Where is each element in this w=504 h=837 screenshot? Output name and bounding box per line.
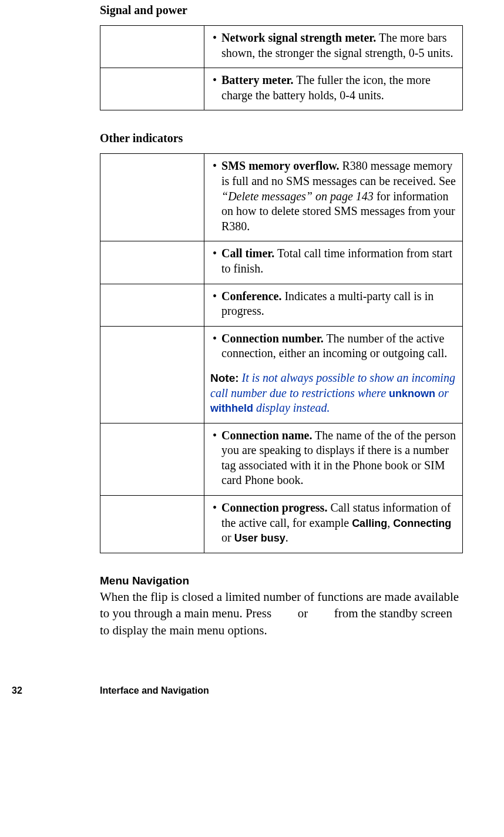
page-number: 32 (12, 685, 100, 696)
note-text: It is not always possible to show an inc… (210, 371, 455, 414)
desc-cell: • Network signal strength meter. The mor… (204, 26, 463, 68)
table-other-indicators: • SMS memory overflow. R380 message memo… (100, 153, 463, 553)
bullet-text: Call timer. Total call time information … (221, 246, 458, 276)
bullet-text: Network signal strength meter. The more … (221, 31, 458, 60)
table-row: • SMS memory overflow. R380 message memo… (100, 154, 463, 241)
bullet-text: Battery meter. The fuller the icon, the … (221, 73, 458, 103)
icon-cell (100, 284, 204, 326)
table-row: • Battery meter. The fuller the icon, th… (100, 68, 463, 110)
desc-cell: • Connection number. The number of the a… (204, 326, 463, 423)
bullet-icon: • (209, 500, 221, 546)
table-row: • Call timer. Total call time informatio… (100, 241, 463, 284)
icon-cell (100, 68, 204, 110)
bullet-text: Connection number. The number of the act… (221, 331, 458, 361)
note-block: Note: It is not always possible to show … (209, 371, 458, 416)
footer-section-title: Interface and Navigation (100, 685, 209, 696)
table-row: • Conference. Indicates a multi-party ca… (100, 284, 463, 326)
desc-cell: • SMS memory overflow. R380 message memo… (204, 154, 463, 241)
icon-cell (100, 496, 204, 553)
table-row: • Connection name. The name of the of th… (100, 423, 463, 495)
desc-cell: • Battery meter. The fuller the icon, th… (204, 68, 463, 110)
bullet-icon: • (209, 73, 221, 103)
page-footer: 32 Interface and Navigation (12, 662, 463, 696)
desc-cell: • Conference. Indicates a multi-party ca… (204, 284, 463, 326)
bullet-text: Conference. Indicates a multi-party call… (221, 289, 458, 319)
heading-menu-navigation: Menu Navigation (100, 574, 463, 587)
heading-other-indicators: Other indicators (100, 132, 463, 145)
bullet-icon: • (209, 331, 221, 361)
icon-cell (100, 241, 204, 284)
icon-cell (100, 26, 204, 68)
bullet-icon: • (209, 246, 221, 276)
heading-signal-power: Signal and power (100, 4, 463, 17)
icon-cell (100, 326, 204, 423)
note-label: Note: (210, 372, 239, 384)
icon-cell (100, 423, 204, 495)
menu-paragraph: When the flip is closed a limited number… (100, 589, 463, 638)
desc-cell: • Connection name. The name of the of th… (204, 423, 463, 495)
bullet-icon: • (209, 159, 221, 234)
bullet-text: Connection progress. Call status informa… (221, 500, 458, 546)
bullet-icon: • (209, 31, 221, 60)
table-signal-power: • Network signal strength meter. The mor… (100, 25, 463, 110)
icon-cell (100, 154, 204, 241)
table-row: • Connection progress. Call status infor… (100, 496, 463, 553)
bullet-text: Connection name. The name of the of the … (221, 428, 458, 488)
desc-cell: • Connection progress. Call status infor… (204, 496, 463, 553)
table-row: • Connection number. The number of the a… (100, 326, 463, 423)
bullet-text: SMS memory overflow. R380 message memory… (221, 159, 458, 234)
table-row: • Network signal strength meter. The mor… (100, 26, 463, 68)
desc-cell: • Call timer. Total call time informatio… (204, 241, 463, 284)
bullet-icon: • (209, 289, 221, 319)
bullet-icon: • (209, 428, 221, 488)
